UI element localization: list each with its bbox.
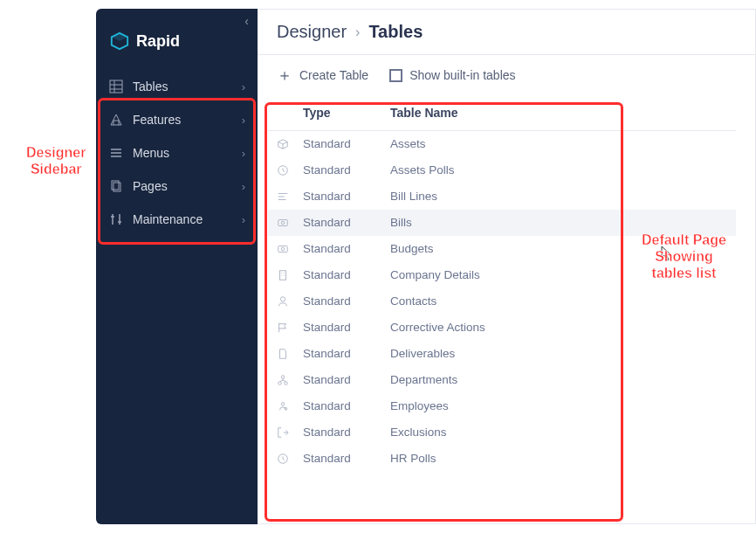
maintenance-icon <box>108 211 124 227</box>
brand-logo-icon <box>110 31 129 51</box>
brand: Rapid <box>96 16 258 70</box>
row-name: Bill Lines <box>390 190 727 203</box>
svg-point-26 <box>278 381 282 384</box>
table-row[interactable]: StandardContacts <box>268 288 736 315</box>
checkbox-icon <box>389 69 402 82</box>
sidebar-item-pages[interactable]: Pages › <box>96 170 258 203</box>
row-name: HR Polls <box>390 452 727 465</box>
table-header-row: Type Table Name <box>268 95 736 131</box>
sidebar-item-label: Pages <box>133 179 233 193</box>
sidebar-item-label: Features <box>133 113 233 127</box>
building-icon <box>277 269 303 281</box>
row-type: Standard <box>303 426 390 439</box>
svg-point-27 <box>285 381 288 384</box>
svg-rect-17 <box>278 246 288 252</box>
row-type: Standard <box>303 216 390 229</box>
row-type: Standard <box>303 268 390 281</box>
column-header-name[interactable]: Table Name <box>390 106 727 120</box>
clock-icon <box>277 453 303 465</box>
pages-icon <box>108 178 124 194</box>
row-name: Departments <box>390 373 727 386</box>
menus-icon <box>108 145 124 161</box>
row-type: Standard <box>303 190 390 203</box>
row-name: Bills <box>390 216 727 229</box>
svg-rect-2 <box>110 80 122 93</box>
svg-point-25 <box>281 375 285 378</box>
doc-icon <box>277 348 303 360</box>
row-type: Standard <box>303 137 390 150</box>
table-row[interactable]: StandardAssets <box>268 131 736 157</box>
chevron-right-icon: › <box>242 180 245 193</box>
person-icon <box>277 295 303 308</box>
chevron-left-icon: ‹ <box>244 14 249 28</box>
annotation-callout-main: Default PageShowingtables list <box>642 232 726 282</box>
svg-point-28 <box>281 402 285 405</box>
table-row[interactable]: StandardAssets Polls <box>268 157 736 183</box>
chevron-right-icon: › <box>355 24 360 40</box>
table-body: StandardAssetsStandardAssets PollsStanda… <box>268 131 736 472</box>
row-name: Exclusions <box>390 426 727 439</box>
svg-rect-19 <box>280 270 286 280</box>
breadcrumb: Designer › Tables <box>258 10 755 55</box>
row-type: Standard <box>303 321 390 334</box>
sidebar-item-tables[interactable]: Tables › <box>96 70 258 103</box>
row-name: Assets <box>390 137 727 150</box>
toolbar: ＋ Create Table Show built-in tables <box>258 55 755 95</box>
table-row[interactable]: StandardDepartments <box>268 367 736 393</box>
table-row[interactable]: StandardCorrective Actions <box>268 315 736 341</box>
sidebar-item-features[interactable]: Features › <box>96 103 258 136</box>
chevron-right-icon: › <box>242 147 245 160</box>
features-icon <box>108 112 124 128</box>
row-name: Corrective Actions <box>390 321 727 334</box>
column-header-type[interactable]: Type <box>303 106 390 120</box>
annotation-callout-sidebar: DesignerSidebar <box>26 144 86 177</box>
sidebar-item-label: Maintenance <box>133 212 233 226</box>
money-icon <box>277 217 303 229</box>
plus-icon: ＋ <box>277 67 292 83</box>
tables-icon <box>108 79 124 94</box>
row-type: Standard <box>303 294 390 308</box>
sidebar-collapse-button[interactable]: ‹ <box>244 14 249 28</box>
cube-icon <box>277 138 303 150</box>
row-type: Standard <box>303 242 390 255</box>
row-type: Standard <box>303 163 390 177</box>
table-row[interactable]: StandardHR Polls <box>268 446 736 472</box>
exit-icon <box>277 426 303 439</box>
show-builtin-toggle[interactable]: Show built-in tables <box>389 68 515 82</box>
sidebar-item-label: Menus <box>133 146 233 160</box>
table-row[interactable]: StandardBill Lines <box>268 183 736 210</box>
clock-icon <box>277 164 303 177</box>
chevron-right-icon: › <box>242 114 245 127</box>
lines-icon <box>277 190 303 203</box>
tables-list: Type Table Name StandardAssetsStandardAs… <box>258 95 755 523</box>
row-name: Deliverables <box>390 347 727 360</box>
sidebar-item-label: Tables <box>133 80 233 93</box>
row-type: Standard <box>303 373 390 386</box>
org-icon <box>277 374 303 386</box>
sidebar: ‹ Rapid Tables › Features › Menus › <box>96 9 258 524</box>
svg-point-24 <box>280 296 285 301</box>
table-row[interactable]: StandardDeliverables <box>268 341 736 367</box>
row-name: Contacts <box>390 294 727 308</box>
row-name: Employees <box>390 399 727 412</box>
breadcrumb-current: Tables <box>368 22 423 42</box>
create-table-label: Create Table <box>299 68 368 82</box>
chevron-right-icon: › <box>242 213 245 226</box>
badge-icon <box>277 400 303 412</box>
create-table-button[interactable]: ＋ Create Table <box>277 67 368 83</box>
svg-rect-15 <box>278 219 288 225</box>
row-type: Standard <box>303 452 390 465</box>
svg-point-18 <box>281 247 285 251</box>
sidebar-item-menus[interactable]: Menus › <box>96 136 258 170</box>
svg-marker-1 <box>112 33 127 41</box>
sidebar-item-maintenance[interactable]: Maintenance › <box>96 203 258 236</box>
chevron-right-icon: › <box>242 80 245 93</box>
row-type: Standard <box>303 399 390 412</box>
breadcrumb-parent[interactable]: Designer <box>277 22 347 42</box>
svg-point-16 <box>281 221 285 225</box>
brand-name: Rapid <box>136 32 180 51</box>
table-row[interactable]: StandardExclusions <box>268 419 736 446</box>
table-row[interactable]: StandardEmployees <box>268 393 736 419</box>
row-type: Standard <box>303 347 390 360</box>
show-builtin-label: Show built-in tables <box>409 68 515 82</box>
